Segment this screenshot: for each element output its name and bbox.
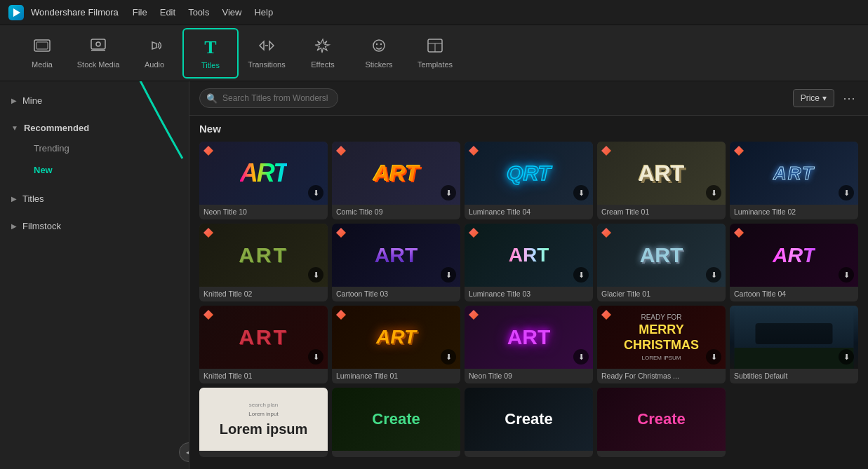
menu-help[interactable]: Help [254, 7, 273, 18]
tile-green-create-text: Create [372, 410, 420, 428]
toolbar-stock-media[interactable]: Stock Media [70, 28, 126, 79]
sidebar-collapse-button[interactable]: ◀ [179, 442, 189, 462]
toolbar-stickers[interactable]: Stickers [351, 28, 407, 79]
tile-luminance-04-thumb: QRT ⬇ [465, 142, 593, 205]
app-name: Wondershare Filmora [31, 7, 119, 18]
tile-cream-01-download[interactable]: ⬇ [706, 185, 721, 200]
tile-subtitles[interactable]: ⬇ Subtitles Default [730, 306, 858, 383]
toolbar-titles[interactable]: T Titles [182, 28, 239, 79]
sidebar-item-new[interactable]: New [11, 159, 178, 181]
titles-grid: ART ⬇ Neon Title 10 ART ⬇ Comic Title 09 [199, 142, 858, 457]
tile-glacier-01-download[interactable]: ⬇ [706, 267, 721, 283]
sidebar-titles-header[interactable]: ▶ Titles [11, 189, 178, 208]
tile-glacier-01[interactable]: ART ⬇ Glacier Title 01 [597, 224, 726, 301]
toolbar-templates-label: Templates [418, 60, 453, 69]
more-options-button[interactable]: ⋯ [840, 90, 858, 106]
tile-christmas-thumb: READY FOR MERRYCHRISTMAS LOREM IPSUM ⬇ [597, 306, 726, 369]
tile-green-create-thumb: Create [332, 388, 460, 451]
tile-comic-09-download[interactable]: ⬇ [441, 185, 456, 200]
tile-christmas-text: MERRYCHRISTMAS [624, 322, 699, 353]
tile-luminance-02-thumb: ART ⬇ [730, 142, 858, 205]
search-input[interactable] [199, 88, 338, 108]
menu-file[interactable]: File [133, 7, 147, 18]
tile-dark-create[interactable]: Create [465, 388, 593, 457]
tile-neon-10-download[interactable]: ⬇ [308, 185, 323, 200]
tile-comic-09-art: ART [373, 161, 419, 186]
tile-cartoon-04-download[interactable]: ⬇ [839, 267, 854, 283]
sidebar-section-recommended: ▼ Recommended Trending New [0, 114, 189, 185]
tile-luminance-02-label: Luminance Title 02 [730, 205, 858, 219]
sidebar-collapse-icon: ◀ [186, 447, 190, 457]
sidebar-filmstock-header[interactable]: ▶ Filmstock [11, 217, 178, 236]
tile-christmas[interactable]: READY FOR MERRYCHRISTMAS LOREM IPSUM ⬇ R… [597, 306, 726, 383]
tile-luminance-01-thumb: ART ⬇ [332, 306, 460, 369]
content-area: 🔍 Price ▾ ⋯ New ART ⬇ Neon Ti [189, 81, 868, 469]
tile-cartoon-03[interactable]: ART ⬇ Cartoon Title 03 [332, 224, 460, 301]
price-dropdown-icon: ▾ [822, 93, 827, 103]
tile-glacier-01-art: ART [640, 243, 683, 267]
price-button[interactable]: Price ▾ [793, 89, 834, 107]
tile-luminance-03-download[interactable]: ⬇ [573, 267, 589, 283]
tile-christmas-download[interactable]: ⬇ [706, 349, 721, 365]
tile-cream-01-thumb: ART ⬇ [597, 142, 726, 205]
tile-comic-09-diamond [336, 146, 346, 156]
price-button-label: Price [801, 93, 820, 103]
tile-knitted-01[interactable]: ART ⬇ Knitted Title 01 [199, 306, 328, 383]
sidebar-titles-label: Titles [22, 193, 44, 204]
sidebar-item-trending[interactable]: Trending [11, 137, 178, 159]
tile-cartoon-04[interactable]: ART ⬇ Cartoon Title 04 [730, 224, 858, 301]
tile-knitted-02-diamond [203, 228, 213, 238]
tile-neon-10-art: ART [240, 158, 287, 188]
tile-dark-create-label [465, 451, 593, 457]
toolbar-titles-label: Titles [201, 61, 220, 69]
tile-lorem[interactable]: search plan Lorem input Lorem ipsum [199, 388, 328, 457]
toolbar-audio-label: Audio [145, 60, 164, 69]
toolbar-media[interactable]: Media [14, 28, 70, 79]
tile-luminance-02-download[interactable]: ⬇ [839, 185, 854, 200]
tile-knitted-01-download[interactable]: ⬇ [308, 349, 323, 365]
tile-luminance-01-diamond [336, 310, 346, 320]
tile-comic-09[interactable]: ART ⬇ Comic Title 09 [332, 142, 460, 219]
sidebar-recommended-header[interactable]: ▼ Recommended [11, 118, 178, 137]
tile-lorem-label [199, 451, 328, 457]
tile-luminance-03[interactable]: ART ⬇ Luminance Title 03 [465, 224, 593, 301]
tile-neon-09-diamond [469, 310, 479, 320]
tile-luminance-01-download[interactable]: ⬇ [441, 349, 456, 365]
svg-point-5 [96, 42, 100, 46]
search-wrapper: 🔍 [199, 88, 787, 108]
tile-lorem-thumb: search plan Lorem input Lorem ipsum [199, 388, 328, 451]
search-bar: 🔍 Price ▾ ⋯ [189, 81, 868, 116]
toolbar-templates[interactable]: Templates [407, 28, 463, 79]
tile-knitted-02[interactable]: ART ⬇ Knitted Title 02 [199, 224, 328, 301]
toolbar-effects[interactable]: Effects [295, 28, 351, 79]
tile-green-create[interactable]: Create [332, 388, 460, 457]
tile-cream-01[interactable]: ART ⬇ Cream Title 01 [597, 142, 726, 219]
mine-expand-icon: ▶ [11, 97, 17, 104]
tile-luminance-04-download[interactable]: ⬇ [573, 185, 589, 200]
tile-glacier-01-label: Glacier Title 01 [597, 287, 726, 301]
tile-neon-09-download[interactable]: ⬇ [573, 349, 589, 365]
sidebar-section-filmstock: ▶ Filmstock [0, 212, 189, 240]
tile-comic-09-label: Comic Title 09 [332, 205, 460, 219]
toolbar-transitions[interactable]: Transitions [239, 28, 295, 79]
tile-cartoon-04-diamond [734, 228, 744, 238]
tile-neon-09[interactable]: ART ⬇ Neon Title 09 [465, 306, 593, 383]
tile-neon-10[interactable]: ART ⬇ Neon Title 10 [199, 142, 328, 219]
tile-pink-create[interactable]: Create [597, 388, 726, 457]
menu-view[interactable]: View [222, 7, 241, 18]
tile-luminance-03-thumb: ART ⬇ [465, 224, 593, 287]
menu-tools[interactable]: Tools [188, 7, 209, 18]
tile-glacier-01-thumb: ART ⬇ [597, 224, 726, 287]
toolbar-audio[interactable]: Audio [126, 28, 182, 79]
tile-luminance-02[interactable]: ART ⬇ Luminance Title 02 [730, 142, 858, 219]
tile-cartoon-03-art: ART [375, 243, 418, 267]
tile-cartoon-03-download[interactable]: ⬇ [441, 267, 456, 283]
tile-subtitles-download[interactable]: ⬇ [839, 349, 854, 365]
tile-neon-10-thumb: ART ⬇ [199, 142, 328, 205]
tile-knitted-02-download[interactable]: ⬇ [308, 267, 323, 283]
menu-edit[interactable]: Edit [160, 7, 175, 18]
tile-luminance-01[interactable]: ART ⬇ Luminance Title 01 [332, 306, 460, 383]
tile-cartoon-03-label: Cartoon Title 03 [332, 287, 460, 301]
sidebar-mine-header[interactable]: ▶ Mine [11, 91, 178, 110]
tile-luminance-04[interactable]: QRT ⬇ Luminance Title 04 [465, 142, 593, 219]
